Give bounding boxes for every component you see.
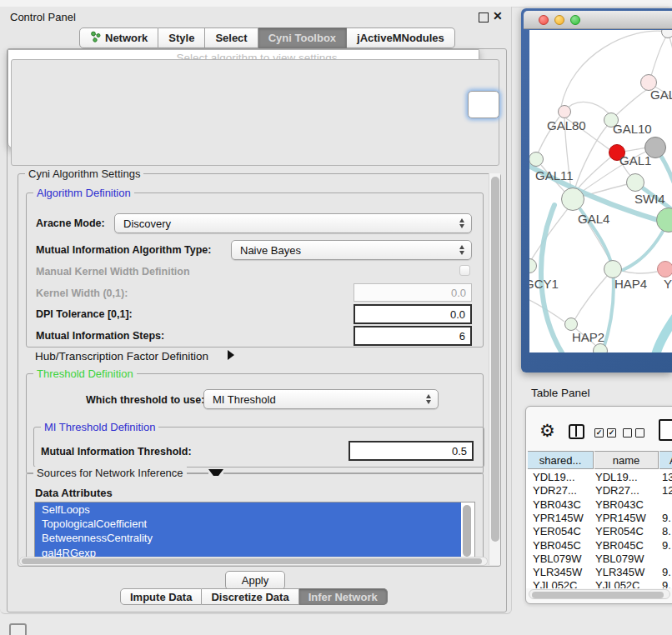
mi-type-value: Naive Bayes bbox=[240, 244, 301, 257]
hub-definition-label: Hub/Transcription Factor Definition bbox=[35, 350, 208, 362]
tab-impute-data[interactable]: Impute Data bbox=[120, 588, 202, 605]
settings-vertical-scrollbar[interactable] bbox=[489, 173, 500, 565]
mi-steps-field[interactable]: 6 bbox=[354, 326, 472, 346]
table-row[interactable]: YJL052CYJL052C9. bbox=[526, 579, 672, 588]
table-row[interactable]: YBR045CYBR045C9. bbox=[526, 539, 672, 552]
network-node[interactable] bbox=[593, 343, 608, 352]
node-label: GAL bbox=[650, 88, 672, 102]
node-label-hap4: HAP4 bbox=[614, 277, 647, 291]
aracne-mode-value: Discovery bbox=[123, 218, 171, 230]
kernel-width-label: Kernel Width (0,1): bbox=[36, 288, 128, 299]
scrollbar-thumb[interactable] bbox=[491, 177, 499, 542]
dpi-tolerance-field[interactable]: 0.0 bbox=[354, 304, 472, 324]
mit-field[interactable]: 0.5 bbox=[349, 441, 474, 461]
node-label-gal4: GAL4 bbox=[578, 212, 609, 226]
control-panel-title: Control Panel bbox=[10, 11, 76, 23]
table-row[interactable]: YLR345WYLR345W9. bbox=[526, 566, 672, 579]
mi-type-combo[interactable]: Naive Bayes bbox=[231, 240, 472, 260]
tab-jactivemnodules[interactable]: jActiveMNodules bbox=[347, 28, 455, 48]
table-horizontal-scrollbar[interactable] bbox=[529, 589, 670, 599]
tab-discretize-data-label: Discretize Data bbox=[211, 591, 288, 603]
aracne-mode-combo[interactable]: Discovery bbox=[114, 213, 472, 233]
bottom-tabbar: Impute Data Discretize Data Infer Networ… bbox=[120, 588, 388, 605]
tab-infer-network[interactable]: Infer Network bbox=[299, 588, 388, 605]
float-window-icon[interactable] bbox=[479, 12, 489, 22]
zoom-traffic-light-icon[interactable] bbox=[570, 15, 580, 25]
select-all-columns-icon[interactable]: ✓✓ bbox=[594, 428, 616, 438]
mi-threshold-definition-title: MI Threshold Definition bbox=[41, 421, 158, 433]
collapse-arrow-icon[interactable] bbox=[208, 469, 223, 476]
mi-type-label: Mutual Information Algorithm Type: bbox=[36, 244, 211, 256]
network-icon bbox=[90, 31, 101, 45]
table-panel-title: Table Panel bbox=[531, 387, 590, 399]
network-node-hap2[interactable] bbox=[564, 318, 578, 331]
minimize-traffic-light-icon[interactable] bbox=[554, 15, 564, 25]
expand-arrow-icon[interactable] bbox=[228, 350, 234, 360]
tab-style[interactable]: Style bbox=[158, 28, 205, 48]
tab-network[interactable]: Network bbox=[79, 28, 158, 48]
dpi-tolerance-label: DPI Tolerance [0,1]: bbox=[36, 308, 133, 320]
which-threshold-combo[interactable]: MI Threshold bbox=[203, 389, 439, 409]
split-columns-icon[interactable] bbox=[569, 424, 584, 439]
deselect-all-columns-icon[interactable] bbox=[623, 428, 644, 438]
which-threshold-label: Which threshold to use: bbox=[86, 394, 204, 406]
mit-label: Mutual Information Threshold: bbox=[41, 446, 192, 458]
mi-steps-label: Mutual Information Steps: bbox=[36, 330, 164, 342]
network-node-hap4[interactable] bbox=[604, 260, 622, 278]
table-row[interactable]: YDL19...YDL19...13 bbox=[526, 471, 672, 484]
table-row[interactable]: YBR043CYBR043C bbox=[526, 498, 672, 512]
network-node-gal1[interactable] bbox=[626, 173, 644, 192]
node-label-y: Y bbox=[664, 277, 672, 291]
stepper-arrows-icon bbox=[459, 245, 464, 255]
scrollbar-thumb[interactable] bbox=[532, 592, 664, 598]
tab-cyni-toolbox[interactable]: Cyni Toolbox bbox=[258, 28, 347, 48]
cyni-toolbox-panel: Select algorithm to view settings Bayesi… bbox=[7, 48, 507, 612]
new-table-icon[interactable] bbox=[659, 419, 672, 441]
manual-kernel-checkbox[interactable] bbox=[459, 265, 470, 276]
close-icon[interactable]: ✕ bbox=[493, 9, 503, 22]
network-node-y[interactable] bbox=[657, 261, 672, 278]
node-label-gal80: GAL80 bbox=[547, 118, 586, 132]
control-panel-tabbar: Network Style Select Cyni Toolbox jActiv… bbox=[79, 28, 455, 48]
tab-style-label: Style bbox=[168, 32, 194, 44]
tab-cyni-toolbox-label: Cyni Toolbox bbox=[268, 32, 336, 44]
attribute-item-selected[interactable]: SelfLoops bbox=[35, 502, 461, 517]
column-header-shared[interactable]: shared... bbox=[528, 451, 594, 469]
scrollbar-thumb[interactable] bbox=[22, 558, 482, 564]
tab-impute-data-label: Impute Data bbox=[130, 591, 192, 603]
settings-horizontal-scrollbar[interactable] bbox=[19, 557, 488, 566]
focused-field-fragment bbox=[468, 91, 499, 118]
table-row[interactable]: YER054CYER054C8. bbox=[526, 525, 672, 538]
network-window-titlebar[interactable] bbox=[524, 11, 672, 29]
manual-kernel-label: Manual Kernel Width Definition bbox=[36, 266, 190, 278]
tab-discretize-data[interactable]: Discretize Data bbox=[202, 588, 298, 605]
list-scrollbar-thumb[interactable] bbox=[463, 505, 471, 557]
network-node-gal4[interactable] bbox=[561, 188, 584, 211]
node-label-hap2: HAP2 bbox=[572, 330, 604, 344]
collapsed-panel-grip-icon[interactable] bbox=[9, 623, 27, 635]
screenshot-stage: Control Panel ✕ Network Style bbox=[0, 0, 672, 635]
tab-select-label: Select bbox=[215, 32, 247, 44]
kernel-width-field[interactable]: 0.0 bbox=[354, 283, 472, 302]
column-header-name[interactable]: name bbox=[594, 451, 659, 469]
attribute-item-selected[interactable]: TopologicalCoefficient bbox=[35, 517, 461, 531]
network-node-gal80[interactable] bbox=[558, 105, 571, 118]
gear-icon[interactable]: ⚙ bbox=[539, 422, 555, 439]
stepper-arrows-icon bbox=[459, 218, 464, 228]
network-canvas[interactable]: GAL GAL80 GAL10 GAL1 GAL11 SWI4 GAL4 GCY… bbox=[529, 30, 672, 352]
which-threshold-value: MI Threshold bbox=[213, 393, 276, 406]
table-body: YDL19...YDL19...13 YDR27...YDR27...12 YB… bbox=[526, 469, 672, 588]
close-traffic-light-icon[interactable] bbox=[539, 15, 549, 25]
node-label-gal11: GAL11 bbox=[535, 168, 574, 182]
node-label-gcy1: GCY1 bbox=[529, 277, 559, 291]
data-attributes-label: Data Attributes bbox=[35, 487, 113, 499]
threshold-definition-title: Threshold Definition bbox=[33, 368, 137, 380]
tab-select[interactable]: Select bbox=[205, 28, 258, 48]
table-row[interactable]: YBL079WYBL079W bbox=[526, 552, 672, 566]
column-header-clipped[interactable]: A bbox=[659, 451, 672, 469]
attribute-item-selected[interactable]: BetweennessCentrality bbox=[35, 531, 461, 545]
network-view-window: GAL GAL80 GAL10 GAL1 GAL11 SWI4 GAL4 GCY… bbox=[521, 8, 672, 372]
table-row[interactable]: YDR27...YDR27...12 bbox=[526, 484, 672, 498]
table-row[interactable]: YPR145WYPR145W9. bbox=[526, 512, 672, 525]
apply-button[interactable]: Apply bbox=[225, 571, 285, 590]
